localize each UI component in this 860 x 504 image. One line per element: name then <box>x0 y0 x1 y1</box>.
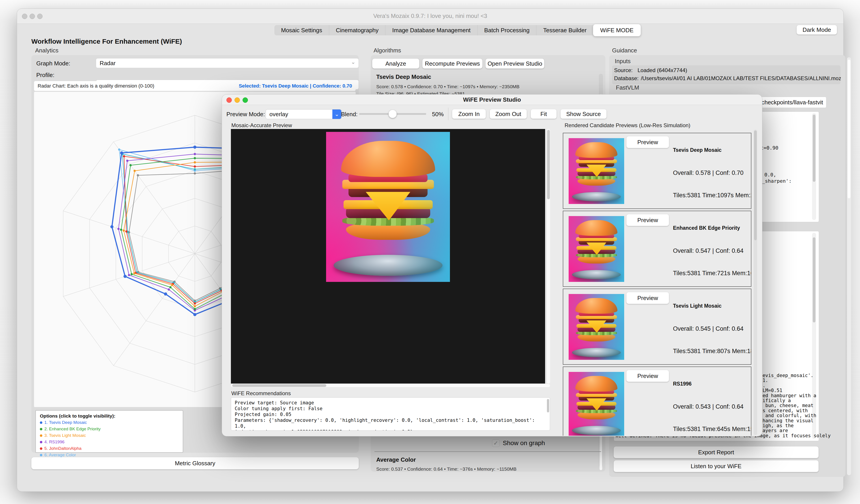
guidance-label: Guidance <box>612 47 637 54</box>
zoom-out-button[interactable]: Zoom Out <box>490 109 527 119</box>
analysis-panel-scrollbar-thumb[interactable] <box>813 237 815 322</box>
tab-wife-mode[interactable]: WiFE MODE <box>593 24 641 36</box>
preview-button[interactable]: Preview <box>627 214 669 226</box>
blend-slider-thumb[interactable] <box>389 110 397 118</box>
legend-item-label: 2. Enhanced BK Edge Priority <box>44 427 101 431</box>
blend-label: Blend: <box>341 111 358 118</box>
algorithm-stats: Score: 0.578 • Confidence: 0.70 • Time: … <box>376 84 596 89</box>
analysis-line: is centered, with <box>760 408 816 413</box>
radar-note: Radar Chart: Each axis is a quality dime… <box>38 83 154 89</box>
code-panel-scrollbar-thumb[interactable] <box>813 115 815 182</box>
series-dot-icon <box>40 454 42 456</box>
algorithms-label: Algorithms <box>374 47 401 54</box>
tab-tesserae-builder[interactable]: Tesserae Builder <box>536 25 593 35</box>
source-image-preview <box>326 132 450 282</box>
legend-item-label: 3. Tsevis Light Mosaic <box>44 433 86 438</box>
source-label: Source: <box>614 67 633 73</box>
tab-image-database-management[interactable]: Image Database Management <box>385 25 477 35</box>
candidates-scrollbar[interactable] <box>754 130 757 435</box>
main-titlebar: Vera's Mozaix 0.9.7: I love you, nini mo… <box>17 9 843 24</box>
graph-mode-label: Graph Mode: <box>36 60 70 67</box>
candidates-viewport: Preview Tsevis Deep Mosaic Overall: 0.57… <box>562 129 753 436</box>
code-fragment: t=0.90 <box>761 145 778 151</box>
graph-mode-select[interactable]: Radar ⌄ <box>96 58 359 68</box>
export-report-button[interactable]: Export Report <box>614 446 819 458</box>
candidate-thumbnail <box>569 216 624 282</box>
source-row: Source:Loaded (6404x7744) <box>614 67 687 73</box>
database-label: Database: <box>614 75 639 81</box>
preview-button[interactable]: Preview <box>627 292 669 304</box>
legend-item[interactable]: 4. RS1996 <box>40 440 183 444</box>
zoom-in-button[interactable]: Zoom In <box>452 109 486 119</box>
analyze-button[interactable]: Analyze <box>372 59 419 69</box>
chevron-down-icon: ⌄ <box>332 110 341 119</box>
inputs-label: Inputs <box>615 58 631 65</box>
analysis-line: layers are <box>760 428 816 433</box>
canvas-vertical-scrollbar[interactable] <box>547 129 550 384</box>
radar-legend-box: Options (click to toggle visibility): 1.… <box>35 410 183 453</box>
recompute-previews-button[interactable]: Recompute Previews <box>422 59 483 69</box>
color-tint-overlay <box>569 372 624 436</box>
page-title: Workflow Intelligence For Enhancement (W… <box>31 38 182 45</box>
candidates-label: Rendered Candidate Previews (Low-Res Sim… <box>564 122 690 129</box>
listen-to-wife-button[interactable]: Listen to your WiFE <box>614 460 819 472</box>
candidate-overall: Overall: 0.578 | Conf: 0.70 <box>673 170 744 176</box>
legend-item[interactable]: 1. Tsevis Deep Mosaic <box>40 420 183 425</box>
legend-item[interactable]: 2. Enhanced BK Edge Priority <box>40 427 183 431</box>
candidate-thumbnail <box>569 372 624 436</box>
color-tint-overlay <box>569 216 624 282</box>
fit-button[interactable]: Fit <box>531 109 557 119</box>
analysis-line: cifically a <box>760 398 816 403</box>
candidate-card[interactable]: Preview Tsevis Deep Mosaic Overall: 0.57… <box>563 133 751 209</box>
series-dot-icon <box>40 421 42 424</box>
tab-mosaic-settings[interactable]: Mosaic Settings <box>274 25 329 35</box>
guidance-scrollbar-thumb[interactable] <box>848 60 850 198</box>
show-on-graph-row[interactable]: ✓ Show on graph <box>492 439 545 447</box>
recommendation-line: Color tuning apply first: False <box>235 406 546 412</box>
checkbox-checked-icon[interactable]: ✓ <box>492 439 500 447</box>
candidate-name: Enhanced BK Edge Priority <box>673 225 740 231</box>
analysis-line: t and colorful, with <box>760 413 816 418</box>
candidate-name: Tsevis Deep Mosaic <box>673 147 721 153</box>
show-source-button[interactable]: Show Source <box>561 109 606 119</box>
candidate-card[interactable]: Preview RS1996 Overall: 0.543 | Conf: 0.… <box>563 366 751 436</box>
recommendations-box[interactable]: Preview target: Source image Color tunin… <box>231 398 550 431</box>
canvas-vscroll-thumb[interactable] <box>547 130 550 199</box>
canvas-hscroll-thumb[interactable] <box>232 384 326 387</box>
canvas-horizontal-scrollbar[interactable] <box>231 384 550 387</box>
analysis-line: a bun, cheese, meat <box>760 403 816 408</box>
legend-item[interactable]: 3. Tsevis Light Mosaic <box>40 433 183 438</box>
studio-titlebar: WiFE Preview Studio <box>222 95 762 105</box>
recommendation-line: 'adaptive_sharpen': 1.0532119287118893, … <box>235 429 546 431</box>
preview-mode-label: Preview Mode: <box>226 111 265 118</box>
preview-button[interactable]: Preview <box>627 136 669 148</box>
guidance-scrollbar[interactable] <box>847 57 851 475</box>
legend-item[interactable]: 5. JohnDaltonAlpha <box>40 446 183 451</box>
open-preview-studio-button[interactable]: Open Preview Studio <box>486 59 544 69</box>
candidate-stats: Tiles:5381 Time:721s Mem:1629M <box>673 270 751 277</box>
legend-title: Options (click to toggle visibility): <box>40 413 183 419</box>
database-row: Database:/Users/tsevis/AI/01 AI LAB/01MO… <box>614 75 841 82</box>
tab-cinematography[interactable]: Cinematography <box>329 25 386 35</box>
code-panel-scrollbar[interactable] <box>812 113 816 220</box>
preview-canvas[interactable] <box>231 129 545 384</box>
preview-button[interactable]: Preview <box>627 370 669 382</box>
algorithm-entry[interactable]: Tsevis Deep Mosaic Score: 0.578 • Confid… <box>376 73 596 97</box>
candidate-card[interactable]: Preview Enhanced BK Edge Priority Overal… <box>563 211 751 287</box>
blend-slider[interactable] <box>359 113 426 115</box>
candidate-card[interactable]: Preview Tsevis Light Mosaic Overall: 0.5… <box>563 289 751 365</box>
controls-divider <box>448 108 448 120</box>
color-tint-overlay <box>569 138 624 204</box>
tab-batch-processing[interactable]: Batch Processing <box>477 25 536 35</box>
analysis-line: VLM=0.51 <box>760 388 816 393</box>
recommendations-scrollbar-thumb[interactable] <box>547 399 549 413</box>
dark-mode-button[interactable]: Dark Mode <box>797 25 837 34</box>
code-fragment: 0.0, <box>764 172 776 177</box>
candidates-scrollbar-thumb[interactable] <box>754 131 757 240</box>
algorithm-entry[interactable]: Average Color Score: 0.537 • Confidence:… <box>376 456 596 472</box>
series-dot-icon <box>40 447 42 450</box>
metric-glossary-button[interactable]: Metric Glossary <box>31 457 359 469</box>
analysis-line: 5. <box>760 383 816 388</box>
preview-mode-select[interactable]: overlay ⌄ <box>266 109 342 119</box>
legend-item[interactable]: 6. Average Color <box>40 452 183 458</box>
